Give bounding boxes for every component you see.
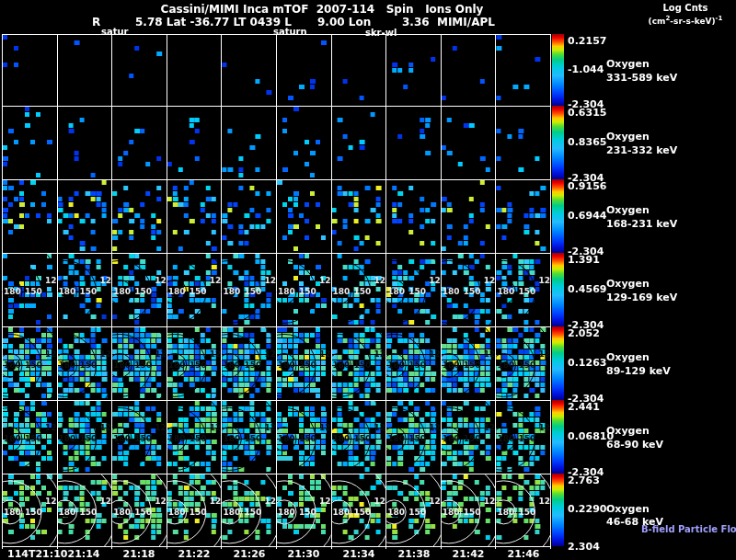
ephemeris-values: 5.78 Lat -36.77 LT 0439 L [135, 16, 292, 29]
species-label: Oxygen [606, 204, 650, 216]
overlay-label-saturn-partial: satur [101, 27, 129, 37]
units-prefix: (cm [649, 17, 666, 26]
energy-label: 231-332 keV [606, 144, 677, 156]
scale-max-label: 0.9156 [568, 180, 606, 192]
colorbar-units: (cm2-sr-s-keV)-1 [635, 15, 736, 26]
time-tick-label: 21:38 [397, 548, 430, 560]
inca-spin-display: Cassini/MIMI Inca mTOF 2007-114 Spin Ion… [0, 0, 736, 560]
species-label: Oxygen [606, 278, 650, 290]
colorbar [552, 474, 564, 546]
colorbar [552, 400, 564, 474]
scale-mid-label: 0.2290 [568, 503, 606, 515]
scale-max-label: 2.052 [568, 327, 600, 339]
energy-label: 89-129 keV [606, 365, 671, 377]
time-tick-label: 114T21:10 [7, 548, 67, 560]
scale-max-label: 1.391 [568, 254, 600, 266]
species-label: Oxygen [606, 58, 650, 70]
time-tick-label: 21:26 [233, 548, 265, 560]
scale-max-label: 2.763 [568, 474, 600, 486]
scale-max-label: 2.441 [568, 401, 600, 413]
colorbar [552, 106, 564, 179]
energy-label: 129-169 keV [606, 291, 677, 303]
time-tick-label: 21:22 [178, 548, 210, 560]
time-tick-label: 21:18 [122, 548, 155, 560]
species-label: Oxygen [606, 425, 650, 437]
ephemeris-lon-value: 9.00 Lon [317, 16, 371, 29]
overlay-label-saturn: saturn [273, 27, 307, 37]
energy-label: 168-231 keV [606, 218, 677, 230]
scale-mid-label: 0.6944 [568, 210, 606, 222]
scale-mid-label: 0.1263 [568, 357, 606, 369]
energy-label: 68-90 keV [606, 439, 663, 451]
units-inverse-superscript: -1 [716, 15, 723, 22]
time-tick-label: 21:34 [342, 548, 374, 560]
page-title: Cassini/MIMI Inca mTOF 2007-114 Spin Ion… [0, 3, 644, 16]
colorbar [552, 34, 564, 106]
species-label: Oxygen [606, 503, 650, 515]
colorbar-legend-title: Log Cnts [635, 3, 736, 13]
scale-max-label: 0.6315 [568, 107, 606, 119]
colorbar [552, 326, 564, 400]
units-body: -sr-s-keV) [670, 17, 715, 26]
time-tick-label: 21:30 [287, 548, 319, 560]
ephemeris-r-label: R [92, 16, 100, 29]
colorbar [552, 253, 564, 326]
scale-min-label: 2.304 [568, 541, 600, 553]
ephemeris-l-value: 3.36 MIMI/APL [402, 16, 495, 29]
time-tick-label: 21:46 [507, 548, 539, 560]
time-tick-label: 21:42 [452, 548, 484, 560]
energy-label: 331-589 keV [606, 72, 677, 84]
scale-mid-label: 0.8365 [568, 136, 606, 148]
time-tick-label: 21:14 [67, 548, 99, 560]
species-label: Oxygen [606, 131, 650, 143]
colorbar [552, 179, 564, 253]
scale-mid-label: 0.4569 [568, 283, 606, 295]
bfield-particle-flow-label: B-field Particle Flow [641, 524, 736, 534]
scale-mid-label: -1.044 [568, 63, 604, 75]
scale-max-label: 0.2157 [568, 35, 606, 47]
overlay-label-skr-wl: skr-wl [365, 28, 397, 38]
species-label: Oxygen [606, 351, 650, 363]
